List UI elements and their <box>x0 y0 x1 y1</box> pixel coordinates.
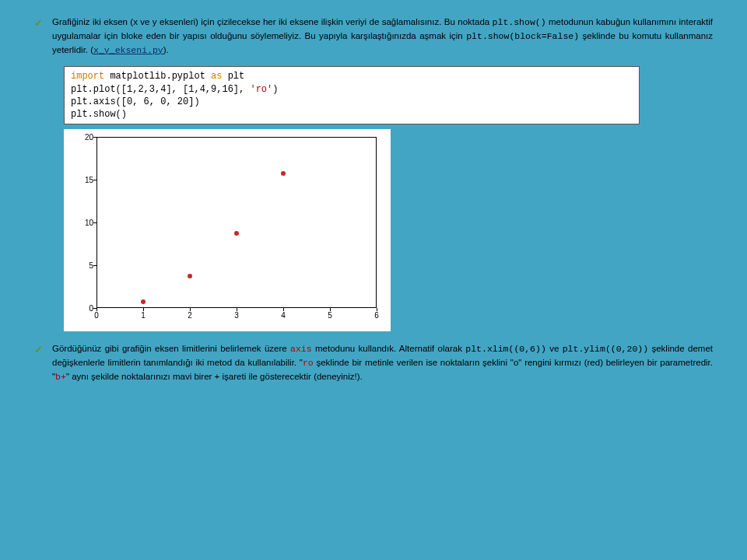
text: ). <box>163 45 169 54</box>
code-block: import matplotlib.pyplot as plt plt.plot… <box>64 66 640 124</box>
xtick-label: 3 <box>234 311 239 320</box>
xtick-label: 0 <box>94 311 99 320</box>
data-point <box>281 171 286 176</box>
text: Grafiğiniz iki eksen (x ve y eksenleri) … <box>52 17 493 26</box>
code-inline: axis <box>290 344 312 354</box>
text: Gördüğünüz gibi grafiğin eksen limitleri… <box>52 344 290 353</box>
link-filename[interactable]: x_y_ekseni.py <box>93 45 163 55</box>
bullet-block-2: ✓ Gördüğünüz gibi grafiğin eksen limitle… <box>34 342 713 383</box>
code-inline: plt.show(block=False) <box>466 31 579 41</box>
ytick-label: 0 <box>75 304 93 313</box>
xtick-label: 5 <box>328 311 332 320</box>
code-line-4: plt.show() <box>71 108 633 121</box>
code-inline: ro <box>303 358 314 368</box>
scatter-chart: 051015200123456 <box>64 129 391 331</box>
bullet-block-1: ✓ Grafiğiniz iki eksen (x ve y eksenleri… <box>34 16 713 57</box>
ytick-label: 5 <box>75 261 93 270</box>
data-point <box>141 299 146 304</box>
plot-area <box>96 137 377 308</box>
text: " aynı şekilde noktalarınızı mavi birer … <box>66 372 363 381</box>
check-icon: ✓ <box>34 16 43 57</box>
ytick-label: 20 <box>75 133 93 142</box>
code-inline: plt.show() <box>493 17 546 27</box>
code-inline: plt.xlim((0,6)) <box>465 344 546 354</box>
xtick-label: 2 <box>188 311 192 320</box>
xtick-label: 1 <box>141 311 146 320</box>
code-line-3: plt.axis([0, 6, 0, 20]) <box>71 96 633 108</box>
xtick-label: 4 <box>281 311 286 320</box>
check-icon: ✓ <box>34 342 43 383</box>
paragraph-2: Gördüğünüz gibi grafiğin eksen limitleri… <box>52 342 713 383</box>
data-point <box>234 231 239 236</box>
code-inline: plt.ylim((0,20)) <box>563 344 648 354</box>
text: ve <box>546 344 563 353</box>
xtick-label: 6 <box>374 311 379 320</box>
text: metodunu kullandık. Alternatif olarak <box>312 344 466 353</box>
code-inline: b+ <box>55 372 66 382</box>
chart-container: 051015200123456 <box>64 129 391 331</box>
paragraph-1: Grafiğiniz iki eksen (x ve y eksenleri) … <box>52 16 713 57</box>
code-line-2: plt.plot([1,2,3,4], [1,4,9,16], 'ro') <box>71 83 633 96</box>
ytick-label: 15 <box>75 176 93 184</box>
code-line-1: import matplotlib.pyplot as plt <box>71 70 633 82</box>
data-point <box>188 274 192 278</box>
ytick-label: 10 <box>75 219 93 227</box>
